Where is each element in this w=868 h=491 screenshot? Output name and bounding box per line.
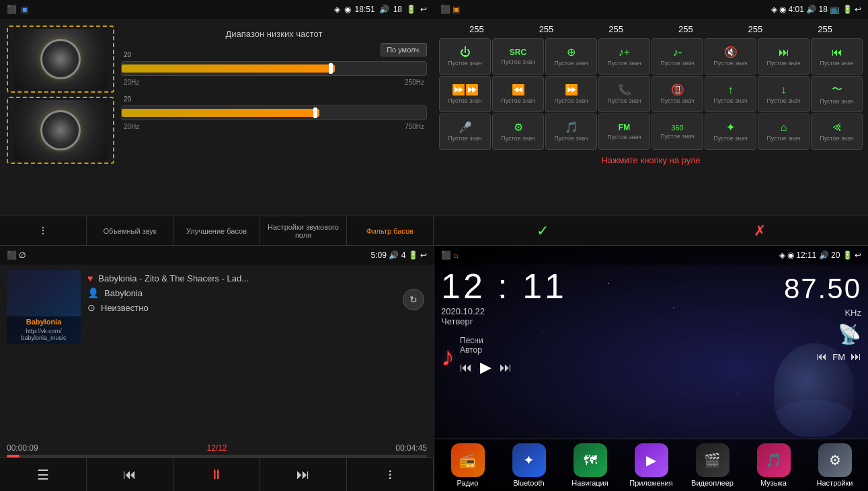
apps-app-icon: ▶ xyxy=(635,443,668,477)
app-navigation[interactable]: 🗺 Навигация xyxy=(566,443,615,487)
mic-icon: 🎤 xyxy=(459,121,472,134)
home-content: 12 : 11 2020.10.22 Четверг ♪ Песни Автор… xyxy=(434,265,868,439)
app-radio[interactable]: 📻 Радио xyxy=(444,443,492,487)
tab-soundfield[interactable]: Настройки звукового поля xyxy=(260,216,347,245)
ctrl-hangup[interactable]: 📵Пустое знач xyxy=(652,76,703,112)
ctrl-ff[interactable]: ⏩⏩Пустое знач xyxy=(439,76,491,112)
vol-2: 255 xyxy=(529,24,563,34)
music-app-icon: 🎵 xyxy=(757,443,791,477)
tab-soundfield-label: Настройки звукового поля xyxy=(263,223,344,239)
next-button[interactable]: ⏭ xyxy=(260,458,347,491)
br-home-icon: ⬛ xyxy=(441,251,451,260)
app-video[interactable]: 🎬 Видеоплеер xyxy=(688,443,737,487)
music-next-btn[interactable]: ⏭ xyxy=(500,361,512,375)
tr-app-icon: ▣ xyxy=(452,5,460,14)
ctrl-src[interactable]: SRCПустое знач xyxy=(492,38,544,75)
rew-icon: ⏪ xyxy=(512,83,525,96)
bl-battery-icon: 🔋 xyxy=(408,251,418,260)
tr-screen-icon: 📺 xyxy=(830,5,840,14)
app-music[interactable]: 🎵 Музыка xyxy=(750,443,798,487)
br-status-left: ⬛ ⌂ xyxy=(441,251,459,260)
br-time: 12:11 xyxy=(796,251,816,260)
tl-main: Диапазон низких частот 20 20Hz 250Hz 20 xyxy=(0,19,434,216)
ctrl-power[interactable]: ⏻Пустое знач xyxy=(439,38,491,75)
ctrl-mute[interactable]: 🔇Пустое знач xyxy=(705,38,756,75)
app-bluetooth[interactable]: ✦ Bluetooth xyxy=(505,443,553,487)
tl-vol-val: 18 xyxy=(393,5,402,14)
vol-up-icon: ♪+ xyxy=(619,46,630,58)
artist-icon: 👤 xyxy=(87,287,99,298)
prompt-text: Нажмите кнопку на руле xyxy=(436,152,865,168)
playlist-icon: ☰ xyxy=(37,467,49,483)
play-pause-button[interactable]: ⏸ xyxy=(173,458,260,491)
ctrl-rew[interactable]: ⏪Пустое знач xyxy=(492,76,544,112)
tl-signal-icon: ◈ xyxy=(334,5,340,14)
speaker-bottom-cone xyxy=(40,110,81,150)
music-widget: ♪ Песни Автор ⏮ ▶ ⏭ xyxy=(441,336,734,376)
settings-app-label: Настройки xyxy=(817,479,853,487)
tab-surround[interactable]: Объемный звук xyxy=(87,216,173,245)
app-settings[interactable]: ⚙ Настройки xyxy=(811,443,859,487)
ctrl-settings[interactable]: ⚙Пустое знач xyxy=(492,114,544,150)
music-prev-btn[interactable]: ⏮ xyxy=(460,361,472,375)
app-apps[interactable]: ▶ Приложения xyxy=(627,443,676,487)
eq-button[interactable]: ⫶ xyxy=(347,458,434,491)
clock-display: 12 : 11 xyxy=(441,269,734,304)
default-button[interactable]: По умолч. xyxy=(381,43,427,56)
fm-next-btn[interactable]: ⏭ xyxy=(851,351,861,363)
track-row: ♥ Babylonia - Zito & The Shacers - Lad..… xyxy=(87,273,427,283)
ctrl-360[interactable]: 360Пустое знач xyxy=(652,114,703,150)
music-play-btn[interactable]: ▶ xyxy=(480,359,491,376)
prev-button[interactable]: ⏮ xyxy=(87,458,173,491)
eq-slider-1[interactable]: 20 20Hz 250Hz xyxy=(121,51,427,86)
bl-panel: ⬛ ∅ 5:09 🔊 4 🔋 ↩ Babylonia http://vk.com… xyxy=(0,245,434,491)
eq-slider-2-track[interactable] xyxy=(121,105,427,120)
bl-time: 5:09 xyxy=(371,251,387,260)
ctrl-up[interactable]: ↑Пустое знач xyxy=(705,76,756,112)
br-battery-icon: 🔋 xyxy=(842,251,853,260)
tl-panel: ⬛ ▣ ◈ ◉ 18:51 🔊 18 🔋 ↩ По умолч. xyxy=(0,0,434,245)
ctrl-vol-down[interactable]: ♪-Пустое знач xyxy=(652,38,703,75)
settings-app-icon: ⚙ xyxy=(818,443,852,477)
music-icon: 🎵 xyxy=(765,452,782,468)
tr-loc-icon: ◉ xyxy=(779,5,786,14)
eq-slider-1-thumb xyxy=(329,63,333,74)
tab-eq[interactable]: ⫶ xyxy=(0,216,87,245)
ctrl-fwd[interactable]: ⏩Пустое знач xyxy=(545,76,597,112)
progress-bar[interactable] xyxy=(7,455,427,457)
fm-prev-btn[interactable]: ⏮ xyxy=(816,351,827,363)
ctrl-fm[interactable]: FMПустое знач xyxy=(598,114,650,150)
tl-window-icon: ⬛ xyxy=(7,5,17,14)
ctrl-prev[interactable]: ⏮Пустое знач xyxy=(811,38,863,75)
antenna-icon: 📡 xyxy=(838,323,861,345)
power-icon: ⏻ xyxy=(460,46,471,58)
repeat-button[interactable]: ↻ xyxy=(403,289,424,310)
eq-slider-1-track[interactable] xyxy=(121,61,427,76)
apps-icon: ▶ xyxy=(646,452,656,468)
ctrl-gps[interactable]: ⊕Пустое знач xyxy=(545,38,597,75)
ctrl-next[interactable]: ⏭Пустое знач xyxy=(758,38,810,75)
ctrl-spare[interactable]: ⫷Пустое знач xyxy=(811,114,863,150)
vol-3: 255 xyxy=(599,24,633,34)
bl-vol-val: 4 xyxy=(401,251,406,260)
ctrl-voice[interactable]: 🎵Пустое знач xyxy=(545,114,597,150)
tab-bass-filter[interactable]: Фильтр басов xyxy=(347,216,434,245)
cancel-button[interactable]: ✗ xyxy=(734,218,786,244)
eq-slider-2[interactable]: 20 20Hz 750Hz xyxy=(121,95,427,130)
ctrl-down[interactable]: ↓Пустое знач xyxy=(758,76,810,112)
confirm-button[interactable]: ✓ xyxy=(516,218,569,244)
ctrl-bt[interactable]: ✦Пустое знач xyxy=(705,114,756,150)
speaker-top-box xyxy=(7,26,114,93)
ctrl-call[interactable]: 📞Пустое знач xyxy=(598,76,650,112)
tr-vol-icon: 🔊 xyxy=(806,5,816,14)
eq-slider-1-min: 20Hz xyxy=(124,79,139,86)
bl-status-bar: ⬛ ∅ 5:09 🔊 4 🔋 ↩ xyxy=(0,246,434,265)
ctrl-mic[interactable]: 🎤Пустое знач xyxy=(439,114,491,150)
ctrl-wave[interactable]: 〜Пустое знач xyxy=(811,76,863,112)
playlist-button[interactable]: ☰ xyxy=(0,458,87,491)
music-large-icon: ♪ xyxy=(441,341,455,371)
tab-bass-boost[interactable]: Улучшение басов xyxy=(173,216,260,245)
ctrl-home[interactable]: ⌂Пустое знач xyxy=(758,114,810,150)
ctrl-vol-up[interactable]: ♪+Пустое знач xyxy=(598,38,650,75)
eq-slider-1-labels: 20Hz 250Hz xyxy=(121,79,427,86)
